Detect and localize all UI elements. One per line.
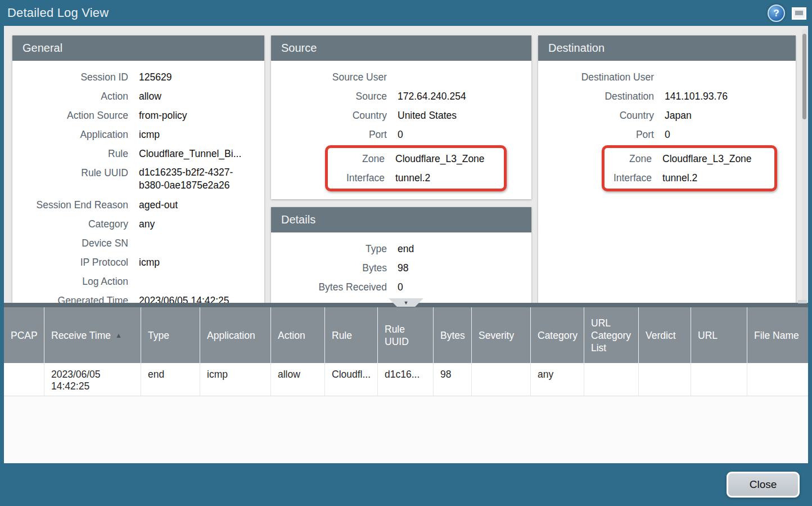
field-label: Rule UUID (12, 163, 128, 195)
field-label: Country (538, 106, 654, 125)
column-header-rule-uuid[interactable]: Rule UUID (378, 307, 434, 363)
field-row-interface: Interfacetunnel.2 (328, 168, 504, 187)
field-value: 0 (387, 125, 531, 144)
column-header-category[interactable]: Category (531, 307, 584, 363)
field-row-rule-uuid: Rule UUIDd1c16235-b2f2-4327-b380-0ae1875… (12, 163, 264, 195)
log-table-row[interactable]: 2023/06/05 14:42:25 end icmp allow Cloud… (4, 363, 808, 396)
help-glyph: ? (773, 8, 779, 19)
content-scrollbar[interactable] (802, 29, 807, 301)
field-value: 141.101.93.76 (654, 87, 796, 106)
window-icon[interactable] (792, 7, 806, 20)
general-panel: General Session ID125629 Actionallow Act… (12, 35, 264, 304)
column-header-rule[interactable]: Rule (325, 307, 378, 363)
field-value (128, 272, 264, 291)
field-label: Action Source (12, 106, 128, 125)
source-panel-body: Source User Source172.64.240.254 Country… (271, 61, 531, 199)
sort-ascending-icon: ▲ (115, 329, 122, 342)
destination-zone-highlight-box: ZoneCloudflare_L3_Zone Interfacetunnel.2 (602, 145, 777, 191)
cell-action: allow (271, 363, 325, 396)
column-header-type[interactable]: Type (141, 307, 200, 363)
field-value: 0 (387, 277, 531, 297)
column-label: Rule (332, 329, 352, 342)
title-bar: Detailed Log View ? (0, 0, 812, 26)
column-header-receive-time[interactable]: Receive Time▲ (44, 307, 141, 363)
field-label: Destination User (538, 68, 654, 87)
field-row-action-source: Action Sourcefrom-policy (12, 106, 264, 125)
column-label: URL Category List (591, 317, 635, 354)
field-row-source-user: Source User (271, 68, 531, 87)
scrollbar-thumb[interactable] (802, 34, 806, 119)
splitter-bar[interactable]: ▼ (4, 303, 808, 307)
field-label: Source (271, 87, 387, 106)
collapse-table-handle[interactable]: ▼ (389, 298, 423, 307)
column-header-url[interactable]: URL (691, 307, 747, 363)
field-value: d1c16235-b2f2-4327-b380-0ae1875e2a26 (128, 163, 264, 195)
column-label: Receive Time (51, 329, 111, 342)
field-row-rule: RuleCloudflare_Tunnel_Bi... (12, 144, 264, 163)
cell-receive-time: 2023/06/05 14:42:25 (44, 363, 141, 396)
field-row-source: Source172.64.240.254 (271, 87, 531, 106)
source-panel: Source Source User Source172.64.240.254 … (271, 35, 531, 199)
destination-panel: Destination Destination User Destination… (538, 35, 796, 304)
log-table-section: ▼ PCAP Receive Time▲ Type Application Ac… (4, 303, 808, 463)
column-label: Verdict (646, 329, 676, 342)
log-detail-content: General Session ID125629 Actionallow Act… (4, 26, 808, 304)
destination-panel-body: Destination User Destination141.101.93.7… (538, 61, 796, 199)
field-row-session-end-reason: Session End Reasonaged-out (12, 195, 264, 214)
column-label: Application (207, 329, 255, 342)
field-label: Zone (605, 149, 652, 168)
field-row-port: Port0 (271, 125, 531, 144)
field-row-zone: ZoneCloudflare_L3_Zone (605, 149, 774, 168)
field-value: aged-out (128, 195, 264, 214)
details-panel-title: Details (271, 207, 531, 232)
field-row-log-action: Log Action (12, 272, 264, 291)
column-header-verdict[interactable]: Verdict (639, 307, 691, 363)
field-row-destination: Destination141.101.93.76 (538, 87, 796, 106)
field-row-interface: Interfacetunnel.2 (605, 168, 774, 187)
field-row-generated-time: Generated Time2023/06/05 14:42:25 (12, 291, 264, 304)
field-row-bytes: Bytes98 (271, 258, 531, 277)
details-panel: Details Typeend Bytes98 Bytes Received0 (271, 207, 531, 304)
window-icon-inner (795, 11, 803, 15)
field-label: Type (271, 239, 387, 258)
field-value (654, 68, 796, 87)
field-row-type: Typeend (271, 239, 531, 258)
column-label: Action (278, 329, 305, 342)
column-header-severity[interactable]: Severity (472, 307, 531, 363)
field-row-category: Categoryany (12, 214, 264, 234)
cell-url-category-list (584, 363, 639, 396)
field-value (128, 234, 264, 253)
field-label: Device SN (12, 234, 128, 253)
field-row-device-sn: Device SN (12, 234, 264, 253)
field-row-port: Port0 (538, 125, 796, 144)
field-label: Category (12, 214, 128, 234)
field-label: Bytes Received (271, 277, 387, 297)
field-value: end (387, 239, 531, 258)
column-header-pcap[interactable]: PCAP (4, 307, 44, 363)
field-value: icmp (128, 253, 264, 272)
field-value: icmp (128, 125, 264, 144)
column-header-file-name[interactable]: File Name (747, 307, 808, 363)
detailed-log-view-dialog: Detailed Log View ? General Session ID12… (0, 0, 812, 506)
field-row-country: CountryJapan (538, 106, 796, 125)
field-label: Log Action (12, 272, 128, 291)
field-value: 125629 (128, 68, 264, 87)
column-header-bytes[interactable]: Bytes (434, 307, 472, 363)
help-icon[interactable]: ? (768, 5, 785, 22)
source-zone-highlight-box: ZoneCloudflare_L3_Zone Interfacetunnel.2 (325, 145, 507, 191)
field-label: Port (271, 125, 387, 144)
column-label: Type (148, 329, 169, 342)
cell-rule: Cloudfl... (325, 363, 378, 396)
destination-panel-title: Destination (538, 35, 796, 61)
column-header-action[interactable]: Action (271, 307, 325, 363)
field-label: Generated Time (12, 291, 128, 304)
field-label: Zone (328, 149, 385, 168)
cell-severity (472, 363, 531, 396)
cell-bytes: 98 (434, 363, 472, 396)
column-header-application[interactable]: Application (200, 307, 271, 363)
field-label: Session End Reason (12, 195, 128, 214)
close-button[interactable]: Close (727, 472, 800, 498)
field-label: Destination (538, 87, 654, 106)
field-value: tunnel.2 (385, 168, 504, 187)
column-header-url-category-list[interactable]: URL Category List (584, 307, 639, 363)
